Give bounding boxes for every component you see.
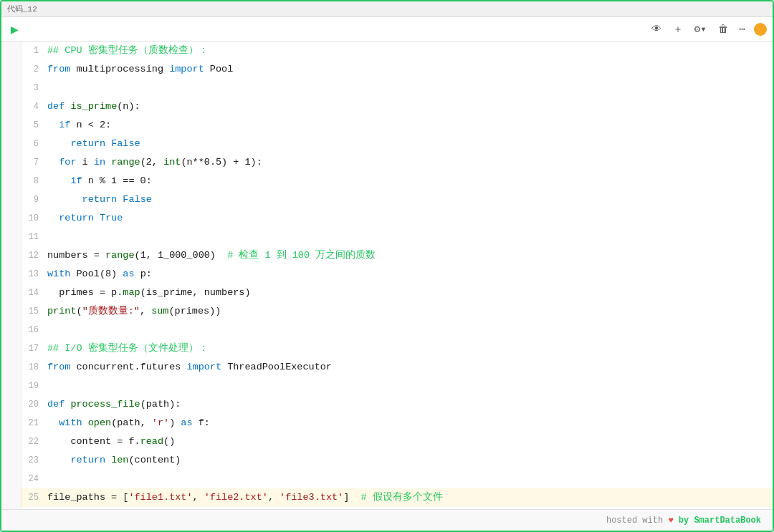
- line-content: ## CPU 密集型任务（质数检查）：: [47, 42, 773, 60]
- line-number: 20: [22, 395, 47, 414]
- line-content: with ThreadPoolExecutor(16) as executor:: [47, 507, 773, 509]
- editor-area: 1## CPU 密集型任务（质数检查）：2from multiprocessin…: [1, 42, 773, 509]
- line-content: return False: [47, 135, 773, 153]
- line-number: 10: [22, 209, 47, 228]
- table-row: 25file_paths = ['file1.txt', 'file2.txt'…: [22, 488, 773, 507]
- main-window: 代码_12 ▶ 👁 ＋ ⚙▾ 🗑 ⋯ 1## CPU 密集型任务（质数检查）：2…: [0, 0, 774, 532]
- toolbar-right: 👁 ＋ ⚙▾ 🗑 ⋯: [649, 21, 767, 37]
- eye-icon[interactable]: 👁: [649, 22, 664, 37]
- table-row: 14 primes = p.map(is_prime, numbers): [22, 284, 773, 302]
- line-number: 22: [22, 432, 47, 451]
- table-row: 20def process_file(path):: [22, 395, 773, 414]
- line-number: 12: [22, 246, 47, 265]
- line-number: 9: [22, 190, 47, 209]
- line-content: from multiprocessing import Pool: [47, 60, 773, 79]
- more-icon[interactable]: ⋯: [737, 21, 748, 37]
- line-number: 23: [22, 451, 47, 470]
- table-row: 19: [22, 377, 773, 395]
- line-content: return False: [47, 190, 773, 209]
- line-content: with open(path, 'r') as f:: [47, 414, 773, 432]
- table-row: 13with Pool(8) as p:: [22, 265, 773, 284]
- line-content: for i in range(2, int(n**0.5) + 1):: [47, 153, 773, 172]
- table-row: 1## CPU 密集型任务（质数检查）：: [22, 42, 773, 60]
- table-row: 26with ThreadPoolExecutor(16) as executo…: [22, 507, 773, 509]
- toolbar: ▶ 👁 ＋ ⚙▾ 🗑 ⋯: [1, 17, 773, 42]
- table-row: 10 return True: [22, 209, 773, 228]
- table-row: 3: [22, 79, 773, 97]
- table-row: 12numbers = range(1, 1_000_000) # 检查 1 到…: [22, 246, 773, 265]
- footer-hosted: hosted with ♥ by SmartDataBook: [606, 516, 761, 526]
- line-content: return len(content): [47, 451, 773, 470]
- line-content: with Pool(8) as p:: [47, 265, 773, 284]
- add-icon[interactable]: ＋: [670, 21, 686, 37]
- table-row: 4def is_prime(n):: [22, 97, 773, 116]
- line-content: primes = p.map(is_prime, numbers): [47, 284, 773, 302]
- table-row: 18from concurrent.futures import ThreadP…: [22, 358, 773, 377]
- line-number: 21: [22, 414, 47, 432]
- line-content: from concurrent.futures import ThreadPoo…: [47, 358, 773, 377]
- code-lines: 1## CPU 密集型任务（质数检查）：2from multiprocessin…: [22, 42, 773, 509]
- line-number: 3: [22, 79, 47, 97]
- line-content: file_paths = ['file1.txt', 'file2.txt', …: [47, 488, 773, 507]
- line-number: 25: [22, 488, 47, 507]
- line-content: def is_prime(n):: [47, 97, 773, 116]
- table-row: 5 if n < 2:: [22, 116, 773, 135]
- left-gutter: [1, 42, 22, 509]
- table-row: 8 if n % i == 0:: [22, 172, 773, 190]
- toolbar-left: ▶: [7, 22, 22, 37]
- line-number: 5: [22, 116, 47, 135]
- trash-icon[interactable]: 🗑: [715, 22, 731, 37]
- line-content: numbers = range(1, 1_000_000) # 检查 1 到 1…: [47, 246, 773, 265]
- footer-brand: by SmartDataBook: [679, 516, 761, 526]
- table-row: 23 return len(content): [22, 451, 773, 470]
- title-label: 代码_12: [7, 4, 37, 14]
- line-content: if n < 2:: [47, 116, 773, 135]
- code-panel[interactable]: 1## CPU 密集型任务（质数检查）：2from multiprocessin…: [22, 42, 773, 509]
- line-number: 19: [22, 377, 47, 395]
- line-number: 16: [22, 321, 47, 339]
- title-bar: 代码_12: [1, 1, 773, 17]
- line-number: 13: [22, 265, 47, 284]
- line-number: 6: [22, 135, 47, 153]
- line-number: 24: [22, 470, 47, 488]
- line-number: 14: [22, 284, 47, 302]
- line-content: if n % i == 0:: [47, 172, 773, 190]
- table-row: 7 for i in range(2, int(n**0.5) + 1):: [22, 153, 773, 172]
- user-badge: [754, 23, 767, 36]
- table-row: 17## I/O 密集型任务（文件处理）：: [22, 339, 773, 358]
- line-number: 17: [22, 339, 47, 358]
- line-number: 11: [22, 228, 47, 246]
- line-content: content = f.read(): [47, 432, 773, 451]
- line-content: print("质数数量:", sum(primes)): [47, 302, 773, 321]
- table-row: 15print("质数数量:", sum(primes)): [22, 302, 773, 321]
- table-row: 16: [22, 321, 773, 339]
- line-number: 15: [22, 302, 47, 321]
- table-row: 11: [22, 228, 773, 246]
- footer: hosted with ♥ by SmartDataBook: [1, 509, 773, 531]
- table-row: 6 return False: [22, 135, 773, 153]
- run-button[interactable]: ▶: [7, 22, 22, 37]
- line-number: 26: [22, 507, 47, 509]
- line-number: 2: [22, 60, 47, 79]
- line-content: def process_file(path):: [47, 395, 773, 414]
- line-number: 4: [22, 97, 47, 116]
- line-content: ## I/O 密集型任务（文件处理）：: [47, 339, 773, 358]
- line-number: 8: [22, 172, 47, 190]
- settings-icon[interactable]: ⚙▾: [692, 21, 710, 37]
- line-content: return True: [47, 209, 773, 228]
- table-row: 2from multiprocessing import Pool: [22, 60, 773, 79]
- table-row: 22 content = f.read(): [22, 432, 773, 451]
- line-number: 1: [22, 42, 47, 60]
- table-row: 21 with open(path, 'r') as f:: [22, 414, 773, 432]
- table-row: 9 return False: [22, 190, 773, 209]
- table-row: 24: [22, 470, 773, 488]
- line-number: 7: [22, 153, 47, 172]
- line-number: 18: [22, 358, 47, 377]
